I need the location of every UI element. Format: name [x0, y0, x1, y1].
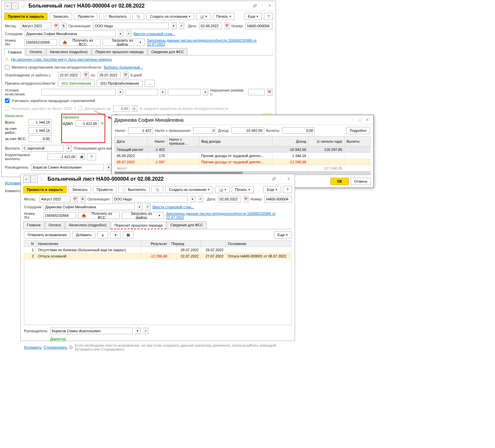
calendar-icon[interactable]: 📅 — [83, 72, 89, 78]
post-button[interactable]: Провести — [93, 186, 116, 193]
fss-acc-input[interactable] — [29, 135, 51, 142]
dropdown-icon[interactable]: ▾ — [135, 328, 141, 334]
month-input[interactable] — [40, 196, 70, 202]
table-row[interactable]: 2Отпуск основной-12 286,6822.07.202227.0… — [24, 253, 291, 259]
dropdown-icon[interactable]: ▾ — [106, 164, 112, 171]
close-icon[interactable]: ✕ — [285, 175, 292, 183]
more-button[interactable]: Еще — [263, 186, 281, 193]
pencil-icon[interactable]: ✎ — [101, 121, 104, 126]
from-input[interactable] — [58, 72, 81, 78]
table-row[interactable]: 05.09.2022175Прочие доходы от трудовой д… — [115, 153, 371, 159]
org-input[interactable] — [112, 196, 188, 202]
col-n[interactable]: N — [24, 241, 36, 247]
save-button[interactable]: Записать — [50, 13, 72, 20]
deduct-input[interactable] — [282, 127, 315, 134]
month-input[interactable] — [21, 23, 51, 29]
dropdown-icon[interactable]: ▾ — [171, 23, 176, 29]
print-button[interactable]: Печать — [232, 186, 254, 193]
move-down-button[interactable]: ▼ — [110, 231, 121, 238]
back-button[interactable]: ← — [23, 175, 30, 183]
cancel-button[interactable]: Отмена — [351, 178, 371, 185]
forward-button[interactable]: → — [30, 175, 38, 183]
tab-recalc[interactable]: Пересчет прошлого периода — [92, 48, 147, 55]
tab-accrued[interactable]: Начислено (подробно) — [65, 221, 110, 229]
dropdown-icon[interactable]: ▾ — [160, 89, 166, 95]
favorite-icon[interactable]: ☆ — [39, 175, 44, 183]
load-file-button[interactable]: Загрузить из файла — [103, 39, 145, 46]
maximize-icon[interactable]: ▢ — [356, 116, 364, 124]
reason-more-button[interactable]: ... — [145, 80, 155, 87]
violation-input[interactable] — [248, 89, 265, 95]
menu-icon[interactable]: ⋮ — [349, 116, 356, 124]
open-icon[interactable]: ↗ — [198, 196, 203, 202]
menu-icon[interactable]: ⋮ — [278, 175, 285, 183]
income-input[interactable] — [231, 127, 264, 134]
load-file-button[interactable]: Загрузить из файла — [122, 212, 164, 219]
table-row[interactable]: Текущий расчет-1 422-10 942,50116 297,85 — [115, 147, 371, 153]
calendar-icon[interactable]: 📅 — [224, 23, 229, 29]
attach-button[interactable]: 📎 — [132, 13, 144, 20]
reports-button[interactable]: 📊 — [215, 186, 230, 193]
mgr-pos-link[interactable]: Директор — [50, 337, 66, 341]
corr-help-button[interactable]: ? — [87, 153, 96, 160]
pay-button[interactable]: 📄 Выплатить — [99, 13, 130, 20]
stepper-icon[interactable]: ⇅ — [61, 23, 67, 29]
help-button[interactable]: ? — [283, 186, 292, 193]
fss-get-button[interactable]: 📥 Получить из ФСС — [78, 212, 120, 219]
calendar-icon[interactable]: 📅 — [267, 89, 272, 95]
ndfl-input[interactable] — [76, 120, 99, 127]
dropdown-icon[interactable]: ▾ — [66, 145, 72, 152]
link-icon[interactable]: 🔗 — [251, 2, 259, 10]
move-up-button[interactable]: ▲ — [97, 231, 108, 238]
col-result[interactable]: Результат — [141, 241, 169, 247]
emp-input[interactable] — [44, 204, 135, 210]
reason-2-button[interactable]: (01) Профзаболевание — [97, 80, 143, 87]
tab-main[interactable]: Главное — [4, 49, 25, 55]
dropdown-icon[interactable]: ▾ — [190, 196, 195, 202]
ln-data-link[interactable]: Заполнены данные листка нетрудоспособнос… — [166, 212, 291, 219]
help-icon[interactable]: ? — [74, 107, 76, 111]
col-tax[interactable]: Налог — [148, 136, 167, 147]
date-input[interactable] — [218, 196, 241, 202]
num-input[interactable] — [246, 23, 272, 29]
dropdown-icon[interactable]: ▾ — [118, 31, 124, 37]
open-icon[interactable]: ↗ — [126, 31, 131, 37]
tab-fss[interactable]: Сведения для ФСС — [167, 221, 207, 229]
col-basis[interactable]: Основание — [226, 241, 291, 247]
close-icon[interactable]: ✕ — [364, 116, 371, 124]
calendar-icon[interactable]: 📅 — [72, 196, 78, 202]
storno-link[interactable]: Сторнировать — [44, 345, 67, 349]
dropdown-icon[interactable]: ▾ — [118, 89, 124, 95]
col-accrual[interactable]: Начисление — [36, 241, 141, 247]
to-input[interactable] — [98, 72, 121, 78]
table-row[interactable]: 08.07.2022-1 597Прочие доходы от трудово… — [115, 159, 371, 165]
add-button[interactable]: Добавить — [72, 231, 95, 238]
tab-payment[interactable]: Оплата — [45, 221, 65, 229]
table-row[interactable]: 1Отсутствие по болезни (больничный еще н… — [24, 247, 291, 253]
ln-input[interactable] — [24, 39, 57, 46]
attach-button[interactable]: 📎 — [151, 186, 163, 193]
prev-earn-checkbox[interactable] — [5, 98, 10, 103]
ln-data-link[interactable]: Заполнены данные листка нетрудоспособнос… — [147, 38, 272, 46]
link-icon[interactable]: 🔗 — [270, 175, 278, 183]
corr-input[interactable] — [48, 153, 77, 160]
dropdown-icon[interactable]: ▾ — [203, 89, 208, 95]
col-period[interactable]: Период — [169, 241, 201, 247]
insurance-link[interactable]: Ввести страховой стаж... — [133, 32, 175, 36]
back-button[interactable]: ← — [4, 2, 11, 10]
col-period-2[interactable] — [201, 241, 226, 247]
col-deduct[interactable]: Вычеты — [345, 136, 371, 147]
fix-link[interactable]: Исправить — [24, 345, 42, 349]
cond-3-input[interactable] — [168, 89, 201, 95]
dropdown-icon[interactable]: ▾ — [137, 204, 143, 210]
calc-icon[interactable]: ▦ — [79, 153, 85, 160]
cond-2-input[interactable] — [125, 89, 158, 95]
reason-1-button[interactable]: (01) Заболевание — [58, 80, 95, 87]
create-button[interactable]: Создать на основании — [165, 186, 213, 193]
tab-fss[interactable]: Сведения для ФСС — [148, 48, 188, 55]
payment-input[interactable] — [22, 145, 64, 152]
print-button[interactable]: Печать — [213, 13, 235, 20]
open-icon[interactable]: ↗ — [143, 328, 148, 334]
cancel-fixes-button[interactable]: Отменить исправления — [24, 231, 70, 238]
post-close-button[interactable]: Провести и закрыть — [4, 13, 48, 20]
